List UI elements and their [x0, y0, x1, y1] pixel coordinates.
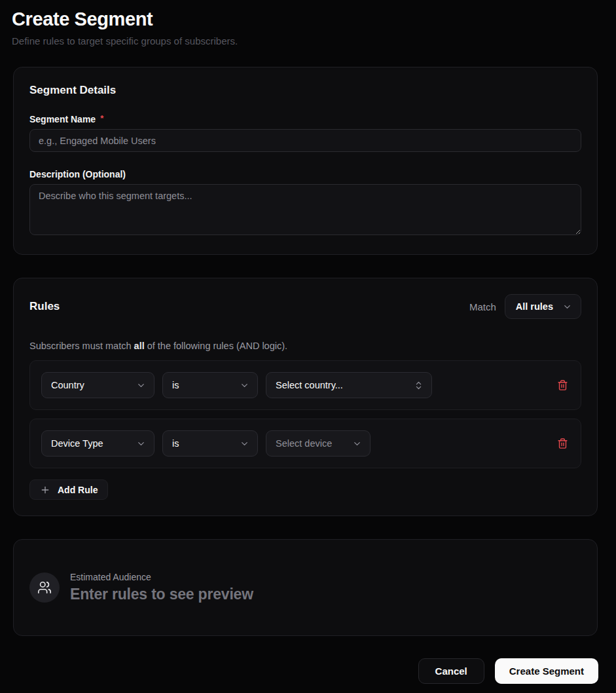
- trash-icon: [557, 438, 568, 449]
- match-select-value: All rules: [516, 301, 553, 312]
- users-icon: [37, 580, 52, 595]
- footer-actions: Cancel Create Segment: [0, 658, 598, 684]
- estimated-audience-card: Estimated Audience Enter rules to see pr…: [13, 539, 598, 636]
- rule-row: Country is Select country...: [29, 360, 581, 410]
- segment-details-heading: Segment Details: [29, 84, 581, 97]
- estimated-audience-text: Estimated Audience Enter rules to see pr…: [70, 572, 253, 603]
- add-rule-button[interactable]: Add Rule: [29, 479, 108, 500]
- rule-value-select[interactable]: Select device: [266, 430, 371, 457]
- rule-rows: Country is Select country... Device Type…: [29, 360, 581, 468]
- create-segment-button[interactable]: Create Segment: [495, 658, 598, 684]
- required-asterisk: *: [100, 114, 103, 123]
- cancel-button[interactable]: Cancel: [418, 658, 484, 684]
- delete-rule-button[interactable]: [556, 436, 570, 451]
- page-header: Create Segment Define rules to target sp…: [0, 0, 616, 47]
- description-textarea[interactable]: [29, 184, 581, 235]
- segment-details-card: Segment Details Segment Name * Descripti…: [13, 67, 598, 255]
- chevron-down-icon: [136, 381, 146, 390]
- plus-icon: [40, 485, 50, 495]
- rules-heading: Rules: [29, 300, 60, 313]
- estimated-audience-label: Estimated Audience: [70, 572, 253, 582]
- match-label: Match: [469, 301, 496, 312]
- match-select[interactable]: All rules: [505, 294, 581, 319]
- chevron-down-icon: [562, 302, 572, 312]
- rules-description: Subscribers must match all of the follow…: [29, 341, 581, 351]
- rule-operator-select[interactable]: is: [162, 372, 258, 398]
- rule-field-select[interactable]: Device Type: [41, 430, 154, 457]
- rule-value-select[interactable]: Select country...: [266, 372, 432, 398]
- segment-name-label: Segment Name *: [29, 114, 581, 124]
- description-label: Description (Optional): [29, 169, 581, 179]
- chevron-down-icon: [352, 439, 362, 449]
- trash-icon: [557, 379, 568, 391]
- rules-card: Rules Match All rules Subscribers must m…: [13, 278, 598, 516]
- match-control: Match All rules: [469, 294, 581, 319]
- chevrons-up-down-icon: [414, 381, 424, 390]
- delete-rule-button[interactable]: [556, 378, 570, 392]
- estimated-audience-value: Enter rules to see preview: [70, 586, 253, 603]
- rule-row: Device Type is Select device: [29, 419, 581, 468]
- rules-header: Rules Match All rules: [29, 294, 581, 319]
- rule-field-select[interactable]: Country: [41, 372, 154, 398]
- audience-avatar: [29, 572, 60, 603]
- chevron-down-icon: [240, 439, 249, 449]
- chevron-down-icon: [240, 381, 249, 390]
- page-title: Create Segment: [12, 9, 604, 30]
- page-subtitle: Define rules to target specific groups o…: [12, 35, 604, 47]
- chevron-down-icon: [136, 439, 146, 449]
- rule-operator-select[interactable]: is: [162, 430, 258, 457]
- segment-name-input[interactable]: [29, 129, 581, 152]
